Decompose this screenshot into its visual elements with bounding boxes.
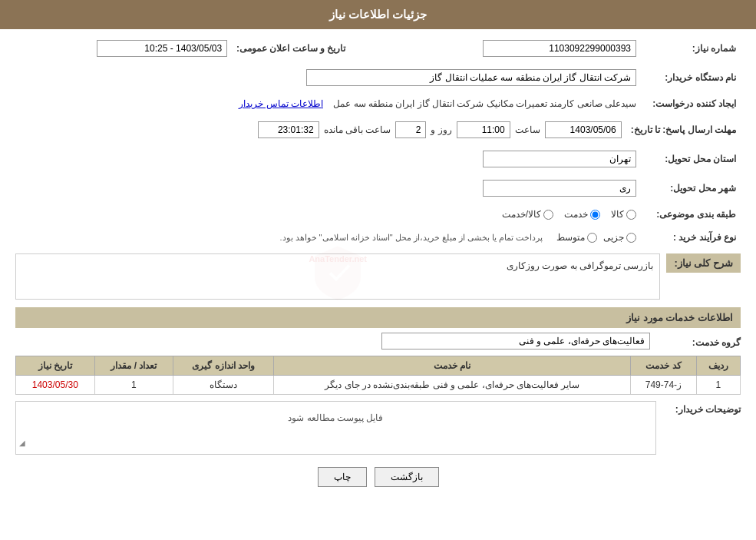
creator-label: ایجاد کننده درخواست: bbox=[641, 95, 741, 112]
send-date-section: مهلت ارسال پاسخ: تا تاریخ: ساعت روز و سا… bbox=[15, 118, 741, 141]
send-time-label: ساعت bbox=[515, 124, 540, 135]
category-both-label: کالا/خدمت bbox=[502, 209, 541, 220]
province-input[interactable] bbox=[483, 151, 636, 167]
cell-date: 1403/05/30 bbox=[16, 376, 95, 395]
page-header: جزئیات اطلاعات نیاز bbox=[0, 0, 756, 29]
send-time-input[interactable] bbox=[457, 121, 510, 138]
category-radio-service[interactable] bbox=[590, 210, 600, 220]
category-section: طبقه بندی موضوعی: کالا خدمت bbox=[15, 206, 741, 223]
category-label: طبقه بندی موضوعی: bbox=[641, 206, 741, 223]
page-title: جزئیات اطلاعات نیاز bbox=[329, 8, 427, 21]
announce-date-value bbox=[15, 37, 232, 60]
need-description-container: بازرسی ترموگرافی به صورت روزکاری AnaTend… bbox=[15, 253, 660, 300]
send-remaining-label: ساعت باقی مانده bbox=[324, 124, 391, 135]
need-number-input[interactable] bbox=[483, 40, 636, 57]
purchase-partial-option[interactable]: جزیی bbox=[603, 232, 636, 243]
services-table: ردیف کد خدمت نام خدمت واحد اندازه گیری ت… bbox=[15, 356, 741, 395]
city-section: شهر محل تحویل: bbox=[15, 177, 741, 200]
city-value bbox=[15, 177, 641, 200]
col-qty: تعداد / مقدار bbox=[94, 356, 173, 376]
purchase-partial-radio[interactable] bbox=[626, 233, 636, 243]
service-group-label: گروه خدمت: bbox=[656, 334, 741, 348]
city-input[interactable] bbox=[483, 180, 636, 197]
send-days-input[interactable] bbox=[395, 121, 426, 138]
creator-value: سیدعلی صانعی کارمند تعمیرات مکانیک شرکت … bbox=[15, 95, 641, 112]
print-button[interactable]: چاپ bbox=[318, 467, 367, 487]
city-label: شهر محل تحویل: bbox=[641, 177, 741, 200]
send-date-input[interactable] bbox=[545, 121, 622, 138]
need-number-label: شماره نیاز: bbox=[641, 37, 741, 60]
send-days-label: روز و bbox=[431, 124, 451, 135]
send-date-value: ساعت روز و ساعت باقی مانده bbox=[15, 118, 626, 141]
service-group-value bbox=[381, 333, 650, 350]
corner-indicator: ◢ bbox=[19, 439, 652, 447]
col-unit: واحد اندازه گیری bbox=[173, 356, 274, 376]
services-section-header: اطلاعات خدمات مورد نیاز bbox=[15, 307, 741, 328]
purchase-medium-radio[interactable] bbox=[587, 233, 597, 243]
category-option-both[interactable]: کالا/خدمت bbox=[502, 209, 553, 220]
col-code: کد خدمت bbox=[631, 356, 697, 376]
category-option-service[interactable]: خدمت bbox=[564, 209, 600, 220]
purchase-medium-option[interactable]: متوسط bbox=[556, 232, 597, 243]
need-description-section-label: شرح کلی نیاز: bbox=[666, 253, 741, 273]
watermark: AnaTender.net bbox=[307, 243, 368, 311]
table-row: 1 ز-74-749 سایر فعالیت‌های حرفه‌ای، علمی… bbox=[16, 376, 741, 395]
buttons-row: بازگشت چاپ bbox=[15, 467, 741, 487]
cell-unit: دستگاه bbox=[173, 376, 274, 395]
need-number-value bbox=[388, 37, 641, 60]
buyer-notes-content: فایل پیوست مطالعه شود ◢ bbox=[15, 401, 656, 455]
purchase-type-label: نوع فرآیند خرید : bbox=[641, 229, 741, 246]
purchase-type-value: جزیی متوسط پرداخت تمام یا بخشی از مبلغ خ… bbox=[15, 229, 641, 246]
buyer-org-section: نام دستگاه خریدار: bbox=[15, 66, 741, 89]
col-row: ردیف bbox=[696, 356, 740, 376]
category-radio-both[interactable] bbox=[543, 210, 553, 220]
category-goods-label: کالا bbox=[611, 209, 624, 220]
cell-row: 1 bbox=[696, 376, 740, 395]
col-name: نام خدمت bbox=[274, 356, 631, 376]
creator-text: سیدعلی صانعی کارمند تعمیرات مکانیک شرکت … bbox=[333, 98, 636, 109]
category-value: کالا خدمت کالا/خدمت bbox=[15, 206, 641, 223]
purchase-type-section: نوع فرآیند خرید : جزیی متوسط پرداخت تمام… bbox=[15, 229, 741, 246]
need-number-section: شماره نیاز: تاریخ و ساعت اعلان عمومی: bbox=[15, 37, 741, 60]
service-group-input[interactable] bbox=[381, 333, 650, 350]
category-radio-goods[interactable] bbox=[626, 210, 636, 220]
purchase-partial-label: جزیی bbox=[603, 232, 624, 243]
purchase-medium-label: متوسط bbox=[556, 232, 585, 243]
need-description-text: بازرسی ترموگرافی به صورت روزکاری bbox=[507, 260, 653, 271]
back-button[interactable]: بازگشت bbox=[375, 467, 439, 487]
purchase-type-note: پرداخت تمام یا بخشی از مبلغ خرید،از محل … bbox=[279, 233, 543, 243]
category-option-goods[interactable]: کالا bbox=[611, 209, 636, 220]
province-section: استان محل تحویل: bbox=[15, 147, 741, 171]
buyer-notes-section: توضیحات خریدار: فایل پیوست مطالعه شود ◢ bbox=[15, 401, 741, 455]
buyer-notes-label: توضیحات خریدار: bbox=[664, 401, 741, 415]
province-value bbox=[15, 147, 641, 171]
announce-date-input[interactable] bbox=[97, 40, 227, 57]
col-date: تاریخ نیاز bbox=[16, 356, 95, 376]
buyer-org-value bbox=[15, 66, 641, 89]
buyer-org-input[interactable] bbox=[306, 69, 636, 86]
buyer-org-label: نام دستگاه خریدار: bbox=[641, 66, 741, 89]
creator-section: ایجاد کننده درخواست: سیدعلی صانعی کارمند… bbox=[15, 95, 741, 112]
cell-code: ز-74-749 bbox=[631, 376, 697, 395]
file-note: فایل پیوست مطالعه شود bbox=[19, 405, 652, 423]
cell-name: سایر فعالیت‌های حرفه‌ای، علمی و فنی طبقه… bbox=[274, 376, 631, 395]
announce-date-label: تاریخ و ساعت اعلان عمومی: bbox=[232, 37, 350, 60]
cell-qty: 1 bbox=[94, 376, 173, 395]
category-service-label: خدمت bbox=[564, 209, 588, 220]
creator-contact-link[interactable]: اطلاعات تماس خریدار bbox=[239, 98, 323, 109]
send-date-label: مهلت ارسال پاسخ: تا تاریخ: bbox=[626, 118, 741, 141]
service-group-section: گروه خدمت: bbox=[15, 333, 741, 350]
send-remaining-input[interactable] bbox=[258, 121, 319, 138]
province-label: استان محل تحویل: bbox=[641, 147, 741, 171]
